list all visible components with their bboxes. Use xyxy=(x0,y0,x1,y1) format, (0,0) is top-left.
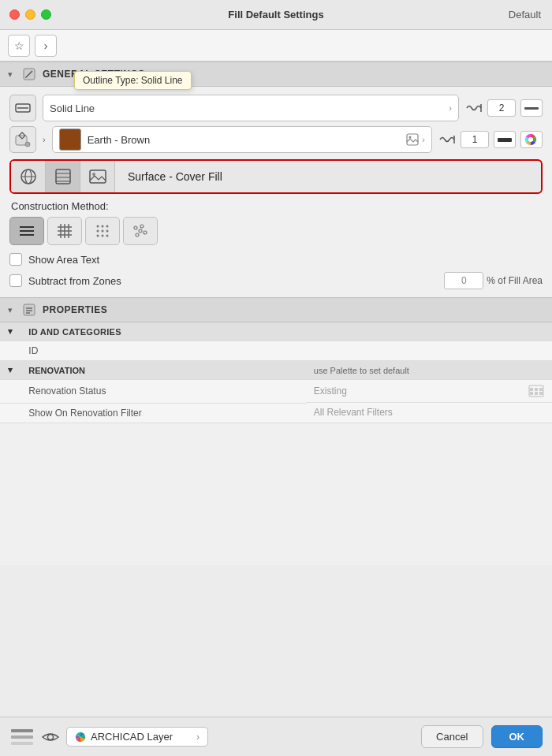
subtract-label: Subtract from Zones xyxy=(28,275,121,287)
line-weight-1-value: 2 xyxy=(499,102,505,114)
surface-icon-btn-1[interactable] xyxy=(11,161,46,192)
line-thickness-2-preview xyxy=(494,131,516,148)
general-settings-body: Solid Line › Outline Type: Solid Line 2 xyxy=(0,87,552,297)
traffic-lights xyxy=(9,9,51,20)
show-area-text-label: Show Area Text xyxy=(28,254,99,266)
ok-button[interactable]: OK xyxy=(491,725,543,748)
cancel-button[interactable]: Cancel xyxy=(421,725,483,748)
construction-scatter-btn[interactable] xyxy=(123,217,158,245)
renovation-status-icon xyxy=(528,384,544,398)
svg-point-42 xyxy=(144,231,147,234)
earth-brown-row: › Earth - Brown › xyxy=(9,126,543,153)
bottom-buttons: Cancel OK xyxy=(421,725,543,748)
svg-rect-52 xyxy=(539,388,543,391)
general-chevron-icon[interactable]: ▾ xyxy=(8,69,13,80)
properties-body: ▾ ID AND CATEGORIES ID ▾ RENOVATION use … xyxy=(0,322,552,423)
archicad-layer-label: ARCHICAD Layer xyxy=(91,731,192,743)
outline-type-tooltip: Outline Type: Solid Line xyxy=(74,71,192,90)
svg-rect-53 xyxy=(530,392,533,395)
surface-icon-btn-2[interactable] xyxy=(46,161,80,192)
fill-bucket-icon xyxy=(14,131,32,148)
layer-settings-icon[interactable] xyxy=(9,726,35,748)
surface-icon-btn-3[interactable] xyxy=(80,161,115,192)
fill-icon-button[interactable] xyxy=(9,126,36,153)
show-area-text-checkbox[interactable] xyxy=(9,253,22,266)
archicad-layer-arrow: › xyxy=(196,732,200,743)
subtract-pct-input[interactable]: 0 xyxy=(444,272,483,289)
favorite-button[interactable]: ☆ xyxy=(8,35,30,57)
properties-table: ▾ ID AND CATEGORIES ID ▾ RENOVATION use … xyxy=(0,322,552,423)
svg-rect-56 xyxy=(11,729,33,732)
show-on-filter-row: Show On Renovation Filter All Relevant F… xyxy=(0,403,552,423)
scatter-icon xyxy=(131,222,150,240)
subtract-input-group: 0 % of Fill Area xyxy=(444,272,543,289)
svg-point-35 xyxy=(102,230,104,233)
outline-icon xyxy=(14,99,32,117)
earth-brown-selector[interactable]: Earth - Brown › xyxy=(52,126,432,153)
outline-icon-button[interactable] xyxy=(9,95,36,121)
svg-rect-58 xyxy=(11,742,33,745)
svg-rect-54 xyxy=(535,392,538,395)
properties-chevron-icon[interactable]: ▾ xyxy=(8,305,13,315)
show-on-filter-label: Show On Renovation Filter xyxy=(21,403,306,423)
color-wheel-icon xyxy=(523,132,539,147)
svg-point-36 xyxy=(106,230,109,233)
subtract-checkbox[interactable] xyxy=(9,274,22,287)
svg-point-41 xyxy=(140,225,144,228)
wave-fill-icon xyxy=(438,132,456,147)
star-icon: ☆ xyxy=(14,39,24,52)
renovation-status-value: Existing xyxy=(314,385,347,397)
archicad-layer-selector[interactable]: ARCHICAD Layer › xyxy=(66,727,208,747)
renovation-chevron: ▾ xyxy=(0,361,21,380)
id-row: ID xyxy=(0,341,552,361)
construction-grid-btn[interactable] xyxy=(85,217,120,245)
surface-cover-fill-row: Surface - Cover Fill xyxy=(9,159,543,194)
lines-icon xyxy=(17,222,36,240)
line-weight-2-value: 1 xyxy=(472,134,478,145)
id-categories-label: ID AND CATEGORIES xyxy=(21,322,552,341)
svg-rect-20 xyxy=(90,170,106,183)
line-weight-1-box[interactable]: 2 xyxy=(487,99,516,117)
fill-right-controls: 1 xyxy=(438,131,543,148)
empty-area xyxy=(0,423,552,565)
bottom-left-controls: ARCHICAD Layer › xyxy=(9,726,208,748)
chevron-icon: › xyxy=(44,39,48,52)
svg-point-39 xyxy=(106,235,109,237)
renovation-status-row: Renovation Status Existing xyxy=(0,380,552,404)
wave-top-icon xyxy=(465,101,483,115)
id-label: ID xyxy=(21,341,306,361)
svg-point-40 xyxy=(134,226,137,229)
svg-point-59 xyxy=(48,734,54,739)
subtract-from-zones-row: Subtract from Zones 0 % of Fill Area xyxy=(9,272,543,289)
svg-rect-8 xyxy=(407,134,418,145)
visibility-icon[interactable] xyxy=(41,729,60,745)
close-button[interactable] xyxy=(9,9,20,20)
svg-point-37 xyxy=(97,235,99,237)
vector-fill-icon xyxy=(53,166,73,187)
maximize-button[interactable] xyxy=(41,9,51,20)
construction-hatch-btn[interactable] xyxy=(47,217,82,245)
bottom-bar: ARCHICAD Layer › Cancel OK xyxy=(0,717,552,756)
default-label: Default xyxy=(509,9,541,20)
properties-label: PROPERTIES xyxy=(43,304,107,315)
construction-method-label: Construction Method: xyxy=(9,200,543,212)
svg-rect-45 xyxy=(24,304,35,315)
earth-brown-swatch xyxy=(59,128,81,151)
image-fill-icon xyxy=(88,166,108,187)
svg-line-2 xyxy=(25,77,26,78)
hatch-icon xyxy=(55,222,74,240)
construction-lines-btn[interactable] xyxy=(9,217,44,245)
solid-line-selector[interactable]: Solid Line › xyxy=(43,95,459,121)
earth-brown-label: Earth - Brown xyxy=(88,134,401,146)
svg-rect-55 xyxy=(539,392,543,395)
svg-rect-50 xyxy=(530,388,533,391)
svg-rect-57 xyxy=(11,736,33,739)
surface-cover-fill-label: Surface - Cover Fill xyxy=(115,170,541,183)
svg-rect-51 xyxy=(535,388,538,391)
id-categories-header-row: ▾ ID AND CATEGORIES xyxy=(0,322,552,341)
line-weight-2-box[interactable]: 1 xyxy=(461,131,489,148)
expand-button[interactable]: › xyxy=(35,35,57,57)
construction-btns xyxy=(9,217,543,245)
minimize-button[interactable] xyxy=(25,9,35,20)
renovation-header-row: ▾ RENOVATION use Palette to set default xyxy=(0,361,552,380)
